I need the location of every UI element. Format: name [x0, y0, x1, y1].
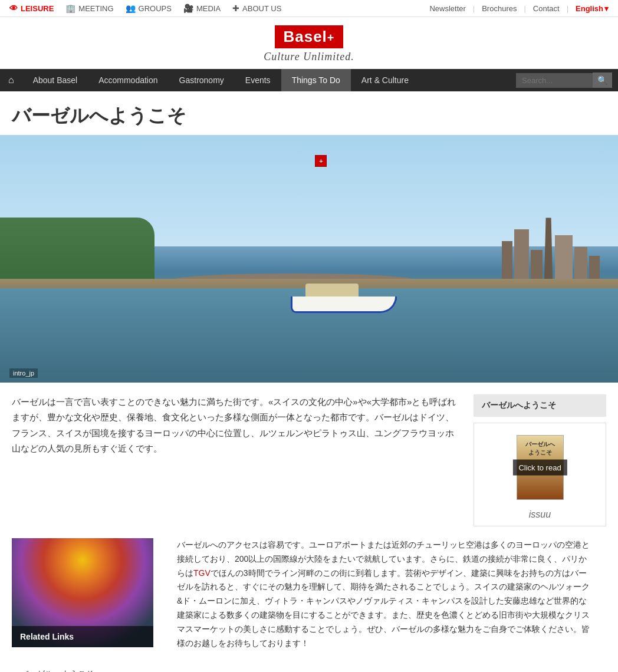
- top-bar-left: 👁 LEISURE 🏢 MEETING 👥 GROUPS 🎥 MEDIA ✚ A…: [9, 4, 281, 13]
- eye-icon: 👁: [9, 4, 18, 13]
- main-content: バーゼルは一言で言い表すことのできない魅力に満ちた街です。«スイスの文化の中心»…: [0, 383, 618, 538]
- related-link-item-0[interactable]: バーゼルへようこそ ▶: [12, 662, 606, 672]
- cross-icon: ✚: [232, 4, 239, 13]
- tgv-link[interactable]: TGV: [193, 568, 211, 578]
- hero-trees: [0, 218, 154, 288]
- nav-item-events[interactable]: Events: [235, 69, 281, 91]
- nav-groups[interactable]: 👥 GROUPS: [126, 4, 172, 13]
- building-icon: 🏢: [65, 4, 75, 13]
- people-icon: 👥: [126, 4, 136, 13]
- brochure-thumbnail-container: バーゼルへようこそ Click to read: [517, 429, 564, 506]
- related-links-list: バーゼルへようこそ ▶: [0, 662, 618, 672]
- issuu-label: issuu: [529, 509, 551, 520]
- top-bar-right: Newsletter | Brochures | Contact | Engli…: [429, 4, 609, 13]
- search-button[interactable]: 🔍: [593, 73, 612, 88]
- brochures-link[interactable]: Brochures: [482, 4, 517, 13]
- click-to-read-button[interactable]: Click to read: [512, 460, 567, 476]
- nav-item-things-to-do[interactable]: Things To Do: [281, 69, 351, 91]
- related-links-title: Related Links: [20, 632, 74, 641]
- search-input[interactable]: [516, 73, 593, 88]
- language-selector[interactable]: English ▾: [576, 4, 609, 13]
- sidebar-brochure-area: バーゼルへようこそ Click to read issuu: [474, 423, 606, 526]
- search-area: 🔍: [516, 73, 618, 88]
- nav-about-us[interactable]: ✚ ABOUT US: [232, 4, 281, 13]
- nav-leisure[interactable]: 👁 LEISURE: [9, 4, 54, 13]
- second-section: Related Links バーゼルへのアクセスは容易です。ユーロアポートまたは…: [0, 538, 618, 662]
- dropdown-arrow-icon: ▾: [604, 4, 609, 13]
- intro-paragraph: バーゼルは一言で言い表すことのできない魅力に満ちた街です。«スイスの文化の中心»…: [12, 394, 462, 456]
- sidebar-welcome-title: バーゼルへようこそ: [474, 394, 606, 417]
- main-nav: ⌂ About Basel Accommodation Gastronomy E…: [0, 69, 618, 91]
- related-link-label-0: バーゼルへようこそ: [20, 669, 94, 672]
- camera-icon: 🎥: [183, 4, 193, 13]
- hero-boat: [291, 281, 397, 313]
- nav-media[interactable]: 🎥 MEDIA: [183, 4, 221, 13]
- christmas-image-container: Related Links: [12, 538, 153, 647]
- content-left: バーゼルは一言で言い表すことのできない魅力に満ちた街です。«スイスの文化の中心»…: [12, 394, 462, 526]
- page-title: バーゼルへようこそ: [0, 91, 618, 135]
- newsletter-link[interactable]: Newsletter: [429, 4, 465, 13]
- home-icon: ⌂: [8, 75, 14, 85]
- second-paragraph: バーゼルへのアクセスは容易です。ユーロアポートまたは近郊のチューリッヒ空港は多く…: [177, 538, 594, 650]
- hero-buildings: [502, 218, 600, 288]
- nav-item-about-basel[interactable]: About Basel: [22, 69, 88, 91]
- site-logo[interactable]: Basel+: [275, 25, 343, 48]
- swiss-flag: +: [315, 155, 327, 167]
- contact-link[interactable]: Contact: [533, 4, 560, 13]
- hero-image: + intro_jp: [0, 135, 618, 383]
- sidebar: バーゼルへようこそ バーゼルへようこそ Click to read issuu: [474, 394, 606, 526]
- site-tagline: Culture Unlimited.: [264, 51, 354, 63]
- related-links-bar: Related Links: [12, 626, 153, 647]
- nav-home-button[interactable]: ⌂: [0, 69, 22, 91]
- nav-item-art-culture[interactable]: Art & Culture: [351, 69, 419, 91]
- hero-caption: intro_jp: [9, 368, 38, 378]
- nav-item-gastronomy[interactable]: Gastronomy: [169, 69, 235, 91]
- top-bar: 👁 LEISURE 🏢 MEETING 👥 GROUPS 🎥 MEDIA ✚ A…: [0, 0, 618, 17]
- site-header: Basel+ Culture Unlimited.: [0, 17, 618, 69]
- nav-meeting[interactable]: 🏢 MEETING: [65, 4, 113, 13]
- nav-item-accommodation[interactable]: Accommodation: [88, 69, 168, 91]
